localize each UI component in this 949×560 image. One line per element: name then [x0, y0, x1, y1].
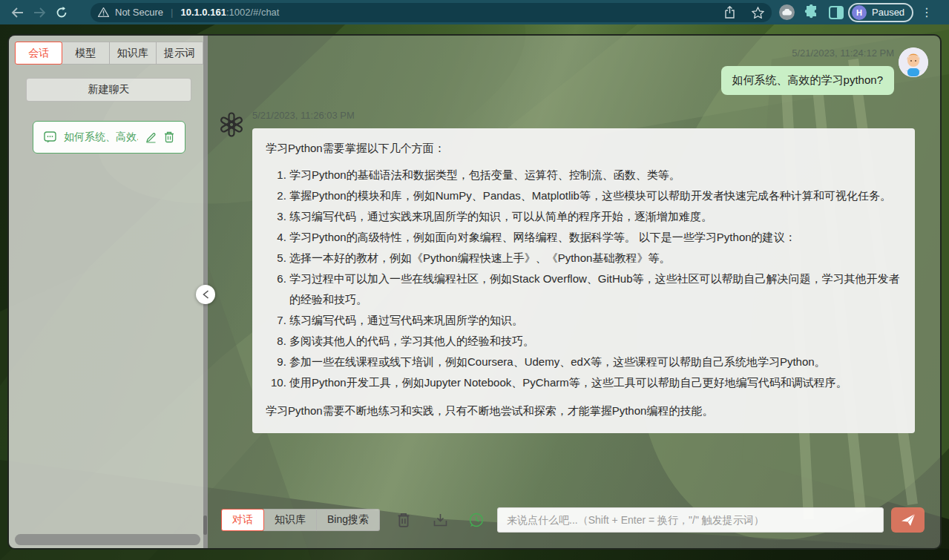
send-button[interactable] [891, 507, 925, 533]
assistant-list: 学习Python的基础语法和数据类型，包括变量、运算符、控制流、函数、类等。掌握… [266, 165, 902, 393]
new-chat-button[interactable]: 新建聊天 [26, 78, 191, 102]
user-message-bubble: 如何系统、高效的学习python? [721, 66, 894, 95]
assistant-message-row: 5/21/2023, 11:26:03 PM 学习Python需要掌握以下几个方… [208, 95, 940, 433]
sidebar-tab[interactable]: 模型 [62, 42, 109, 65]
sidebar-vertical-scrollbar[interactable] [203, 515, 207, 535]
composer-mode-group: 对话知识库Bing搜索 [221, 509, 380, 531]
user-avatar [899, 47, 928, 77]
clear-chat-button[interactable] [395, 512, 412, 528]
conversation-list-item[interactable]: 如何系统、高效... [33, 121, 185, 154]
security-label: Not Secure [115, 7, 163, 18]
composer-mode-button[interactable]: 对话 [221, 509, 264, 531]
profile-status-label: Paused [872, 7, 904, 18]
trash-icon [397, 513, 410, 527]
extension-cloud-icon[interactable] [779, 4, 795, 20]
browser-toolbar: Not Secure | 10.1.0.161:1002/#/chat H Pa… [0, 0, 949, 24]
url-host: 10.1.0.161 [180, 7, 226, 18]
chevron-left-icon [203, 290, 209, 299]
delete-trash-icon[interactable] [164, 131, 174, 143]
assistant-list-item: 使用Python开发工具，例如Jupyter Notebook、PyCharm等… [289, 372, 902, 393]
assistant-message-timestamp: 5/21/2023, 11:26:03 PM [252, 110, 915, 121]
assistant-list-item: 学习Python的高级特性，例如面向对象编程、网络编程、数据科学等。 以下是一些… [289, 227, 902, 248]
chat-history-button[interactable] [468, 512, 485, 528]
address-bar[interactable]: Not Secure | 10.1.0.161:1002/#/chat [91, 3, 772, 22]
forward-arrow-icon [33, 7, 46, 18]
extensions-puzzle-icon[interactable] [804, 4, 819, 20]
side-panel-icon[interactable] [829, 6, 844, 19]
collapse-sidebar-button[interactable] [196, 285, 215, 304]
chat-bubble-icon [44, 131, 56, 143]
conversation-title: 如何系统、高效... [64, 131, 138, 144]
assistant-openai-logo [218, 111, 245, 138]
composer-mode-button[interactable]: 知识库 [263, 509, 317, 531]
assistant-list-item: 练习编写代码，通过写代码来巩固所学的知识。 [289, 310, 902, 331]
assistant-list-item: 学习过程中可以加入一些在线编程社区，例如Stack Overflow、GitHu… [289, 269, 902, 310]
download-icon [433, 513, 447, 527]
user-message-row: 5/21/2023, 11:24:12 PM 如何系统、高效的学习python? [208, 36, 940, 95]
bookmark-star-icon[interactable] [752, 7, 764, 19]
sidebar-horizontal-scrollbar[interactable] [15, 534, 200, 545]
export-chat-button[interactable] [432, 512, 448, 528]
share-icon[interactable] [724, 6, 735, 19]
sidebar-tabs: 会话模型知识库提示词 [15, 42, 203, 65]
sidebar-tab[interactable]: 会话 [15, 42, 62, 65]
assistant-list-item: 学习Python的基础语法和数据类型，包括变量、运算符、控制流、函数、类等。 [289, 165, 902, 185]
edit-pencil-icon[interactable] [145, 132, 157, 143]
assistant-list-item: 选择一本好的教材，例如《Python编程快速上手》、《Python基础教程》等。 [289, 248, 902, 269]
profile-paused-button[interactable]: H Paused [848, 3, 913, 22]
composer-mode-button[interactable]: Bing搜索 [316, 509, 380, 531]
not-secure-warning-icon [98, 7, 109, 17]
sidebar-tab[interactable]: 提示词 [156, 42, 203, 65]
url-separator: | [171, 7, 173, 18]
chat-app-window: 会话模型知识库提示词 新建聊天 如何系统、高效... 5/21/2023, 11… [7, 34, 942, 550]
sidebar: 会话模型知识库提示词 新建聊天 如何系统、高效... [9, 36, 203, 548]
history-clock-icon [469, 513, 484, 527]
message-input[interactable] [497, 507, 884, 533]
assistant-list-item: 掌握Python的模块和库，例如NumPy、Pandas、Matplotlib等… [289, 185, 902, 206]
back-arrow-icon [11, 7, 24, 18]
assistant-list-item: 多阅读其他人的代码，学习其他人的经验和技巧。 [289, 331, 902, 352]
assistant-list-item: 参加一些在线课程或线下培训，例如Coursera、Udemy、edX等，这些课程… [289, 352, 902, 372]
assistant-list-item: 练习编写代码，通过实践来巩固所学的知识，可以从简单的程序开始，逐渐增加难度。 [289, 206, 902, 227]
reload-button[interactable] [50, 3, 73, 22]
url-path: :1002/#/chat [226, 7, 280, 18]
user-message-timestamp: 5/21/2023, 11:24:12 PM [792, 47, 894, 59]
assistant-message-card: 学习Python需要掌握以下几个方面： 学习Python的基础语法和数据类型，包… [252, 128, 915, 433]
send-plane-icon [901, 513, 916, 527]
sidebar-tab[interactable]: 知识库 [109, 42, 157, 65]
profile-avatar: H [852, 5, 867, 20]
back-button[interactable] [6, 3, 28, 22]
assistant-outro: 学习Python需要不断地练习和实践，只有不断地尝试和探索，才能掌握Python… [266, 401, 902, 421]
chat-main-area: 5/21/2023, 11:24:12 PM 如何系统、高效的学习python? [208, 36, 940, 548]
reload-icon [56, 7, 68, 19]
assistant-intro: 学习Python需要掌握以下几个方面： [266, 138, 902, 159]
forward-button[interactable] [28, 3, 50, 22]
browser-menu-icon[interactable]: ⋮ [921, 5, 933, 19]
composer-bar: 对话知识库Bing搜索 [221, 507, 925, 533]
